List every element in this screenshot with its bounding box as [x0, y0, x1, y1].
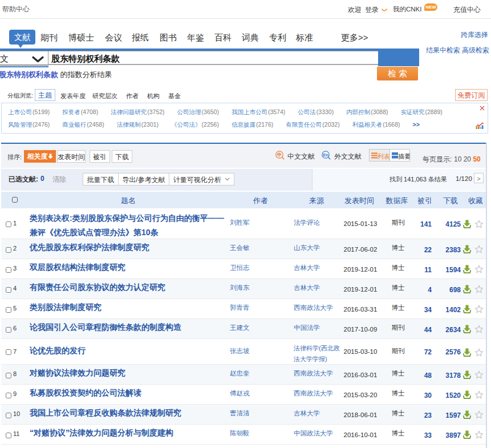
svg-text:En: En: [323, 152, 328, 158]
svg-text:中: 中: [277, 152, 282, 158]
